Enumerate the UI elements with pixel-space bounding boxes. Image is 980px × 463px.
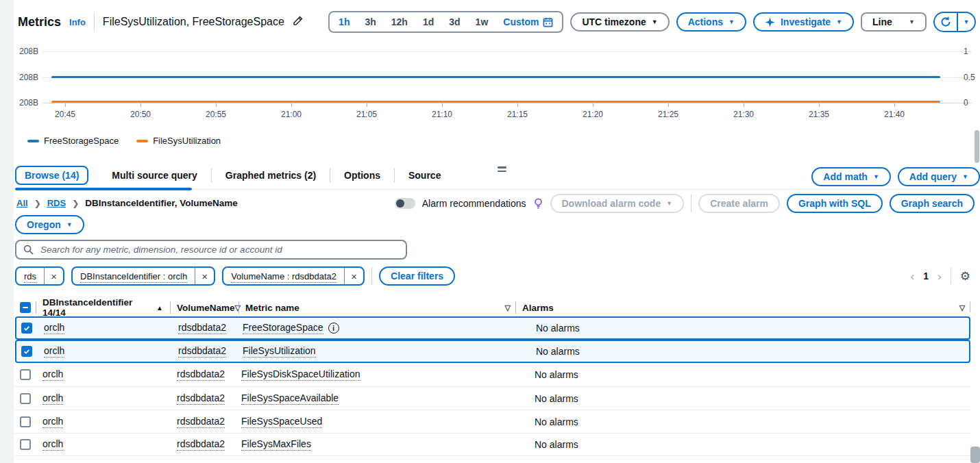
download-alarm-code-label: Download alarm code <box>562 198 661 209</box>
cell-instance[interactable]: orclh <box>42 438 63 451</box>
row-checkbox[interactable] <box>21 323 32 334</box>
row-checkbox[interactable] <box>20 416 31 427</box>
info-circle-icon[interactable]: i <box>328 323 339 334</box>
clear-filters-button[interactable]: Clear filters <box>379 266 455 286</box>
timezone-dropdown[interactable]: UTC timezone ▼ <box>570 12 669 32</box>
previous-page-button[interactable]: ‹ <box>911 271 915 282</box>
caret-down-icon: ▼ <box>836 19 842 25</box>
tab-browse-14[interactable]: Browse (14) <box>15 166 88 185</box>
row-checkbox[interactable] <box>20 393 31 404</box>
x-axis-tick <box>65 103 66 107</box>
page-left-gutter <box>0 0 14 463</box>
scrollbar-corner[interactable] <box>970 447 980 463</box>
cell-instance[interactable]: orclh <box>44 345 64 358</box>
row-checkbox[interactable] <box>20 439 31 450</box>
investigate-dropdown[interactable]: Investigate ▼ <box>753 12 854 32</box>
column-dbinstanceidentifier[interactable]: DBInstanceIdentifier 14/14 ▲ <box>36 297 170 318</box>
next-page-button[interactable]: › <box>938 271 942 282</box>
cell-instance[interactable]: orclh <box>42 392 63 405</box>
time-range-3h[interactable]: 3h <box>357 16 383 27</box>
remove-filter-button[interactable]: × <box>44 268 63 284</box>
breadcrumb-link-all[interactable]: All <box>16 198 28 208</box>
remove-filter-button[interactable]: × <box>195 268 214 284</box>
lightbulb-icon[interactable] <box>533 198 543 210</box>
alarm-recommendations-toggle[interactable] <box>395 198 415 209</box>
graph-search-button[interactable]: Graph search <box>890 194 975 213</box>
time-range-12h[interactable]: 12h <box>384 16 415 27</box>
create-alarm-button[interactable]: Create alarm <box>698 194 780 213</box>
cell-volume[interactable]: rdsdbdata2 <box>178 322 226 334</box>
triangle-down-outline-icon[interactable]: ▽ <box>505 303 511 312</box>
graph-with-sql-label: Graph with SQL <box>798 198 871 209</box>
x-axis-tick <box>517 103 518 107</box>
cell-volume[interactable]: rdsdbdata2 <box>178 345 226 358</box>
column-volumename[interactable]: VolumeName ▽ <box>170 297 238 318</box>
time-range-1h[interactable]: 1h <box>331 16 357 27</box>
cell-volume[interactable]: rdsdbdata2 <box>177 368 225 381</box>
add-query-dropdown[interactable]: Add query ▼ <box>898 167 980 186</box>
graph-search-label: Graph search <box>901 198 963 209</box>
cell-metric[interactable]: FreeStorageSpace <box>243 322 323 334</box>
filter-chip-dbinstanceidentifier-orclh: DBInstanceIdentifier : orclh× <box>71 266 215 286</box>
info-link[interactable]: Info <box>69 17 86 27</box>
refresh-button[interactable] <box>935 13 957 31</box>
cell-instance[interactable]: orclh <box>42 368 63 381</box>
chart-x-axis-line <box>42 103 972 103</box>
cell-volume[interactable]: rdsdbdata2 <box>177 392 225 405</box>
search-input[interactable] <box>39 244 399 255</box>
row-checkbox[interactable] <box>20 369 31 380</box>
x-axis-tick <box>894 103 895 107</box>
edit-graph-title-button[interactable] <box>293 16 303 28</box>
download-alarm-code-dropdown[interactable]: Download alarm code ▼ <box>550 194 685 213</box>
time-range-custom[interactable]: Custom <box>495 16 561 27</box>
metrics-line-chart: 208B208B208B10.5020:4520:5020:5521:0021:… <box>14 40 976 130</box>
triangle-up-icon[interactable]: ▲ <box>156 304 163 312</box>
actions-dropdown[interactable]: Actions ▼ <box>676 12 746 32</box>
tab-source[interactable]: Source <box>395 166 454 185</box>
cell-metric[interactable]: FileSysDiskSpaceUtilization <box>241 368 360 381</box>
graph-with-sql-button[interactable]: Graph with SQL <box>787 194 883 213</box>
select-all-checkbox[interactable] <box>20 302 31 313</box>
x-axis-label: 21:10 <box>432 110 452 119</box>
triangle-down-outline-icon[interactable]: ▽ <box>959 303 965 312</box>
cell-metric[interactable]: FileSysUtilization <box>243 345 316 358</box>
time-range-3d[interactable]: 3d <box>441 16 467 27</box>
x-axis-tick <box>819 103 820 107</box>
remove-filter-button[interactable]: × <box>344 268 363 284</box>
gear-icon[interactable]: ⚙ <box>960 271 970 282</box>
cell-volume[interactable]: rdsdbdata2 <box>177 438 225 451</box>
legend-item-filesysutilization[interactable]: FileSysUtilization <box>136 136 221 146</box>
time-range-1w[interactable]: 1w <box>468 16 496 27</box>
add-math-dropdown[interactable]: Add math ▼ <box>811 167 890 186</box>
time-range-1d[interactable]: 1d <box>415 16 441 27</box>
cell-instance[interactable]: orclh <box>42 416 63 428</box>
cell-volume[interactable]: rdsdbdata2 <box>177 416 225 428</box>
row-checkbox[interactable] <box>21 346 32 357</box>
column-alarms[interactable]: Alarms <box>515 297 954 318</box>
tab-options[interactable]: Options <box>330 166 394 185</box>
table-row[interactable]: orclhrdsdbdata2FileSysDiskSpaceUtilizati… <box>15 363 970 386</box>
table-row[interactable]: orclhrdsdbdata2FileSysSpaceAvailableNo a… <box>15 386 970 410</box>
vertical-scrollbar-thumb[interactable] <box>975 130 979 163</box>
legend-item-freestoragespace[interactable]: FreeStorageSpace <box>27 136 119 146</box>
tab-multi-source-query[interactable]: Multi source query <box>98 166 210 185</box>
cell-instance[interactable]: orclh <box>44 322 64 334</box>
table-row[interactable]: orclhrdsdbdata2FreeStorageSpaceiNo alarm… <box>15 316 970 340</box>
graph-type-select[interactable]: Line ▼ <box>861 12 927 32</box>
table-row[interactable]: orclhrdsdbdata2FileSysMaxFilesNo alarms <box>15 433 970 456</box>
breadcrumb-link-rds[interactable]: RDS <box>47 198 66 208</box>
filter-chips-row: rds×DBInstanceIdentifier : orclh×VolumeN… <box>15 266 455 286</box>
cell-metric[interactable]: FileSysMaxFiles <box>241 438 311 451</box>
cell-metric[interactable]: FileSysSpaceAvailable <box>241 392 339 405</box>
metrics-table-body: orclhrdsdbdata2FreeStorageSpaceiNo alarm… <box>15 316 970 456</box>
tab-graphed-metrics-2[interactable]: Graphed metrics (2) <box>212 166 330 185</box>
table-row[interactable]: orclhrdsdbdata2FileSysUtilizationNo alar… <box>15 340 970 363</box>
column-metric-name[interactable]: Metric name ▽ <box>238 297 515 318</box>
x-axis-tick <box>140 103 141 107</box>
region-dropdown[interactable]: Oregon ▼ <box>15 215 84 234</box>
refresh-options-button[interactable]: ▼ <box>958 13 975 31</box>
panel-resize-handle[interactable] <box>498 166 506 174</box>
cell-metric[interactable]: FileSysSpaceUsed <box>241 416 322 428</box>
x-axis-label: 20:45 <box>55 110 75 119</box>
table-row[interactable]: orclhrdsdbdata2FileSysSpaceUsedNo alarms <box>15 410 970 433</box>
